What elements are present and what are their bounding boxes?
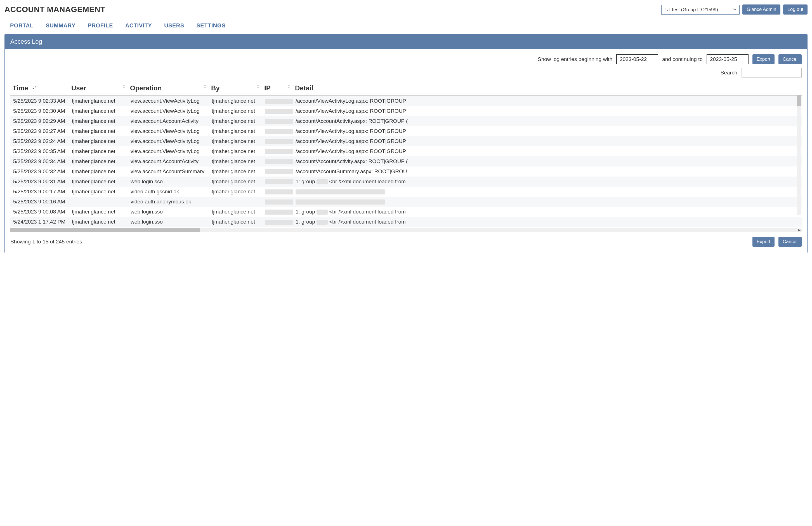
- cell-ip: ———————: [262, 156, 293, 167]
- cell-user: tjmaher.glance.net: [69, 187, 128, 197]
- cell-detail: /account/ViewActivityLog.aspx: ROOT|GROU…: [293, 136, 802, 146]
- tab-profile[interactable]: PROFILE: [88, 23, 113, 29]
- start-date-input[interactable]: [616, 54, 658, 65]
- svg-rect-1: [35, 88, 36, 88]
- cell-user: tjmaher.glance.net: [69, 136, 128, 146]
- cell-operation: web.login.sso: [128, 217, 209, 227]
- cell-time: 5/25/2023 9:00:17 AM: [10, 187, 69, 197]
- cell-by: tjmaher.glance.net: [209, 167, 262, 176]
- cell-ip: ———————: [262, 207, 293, 217]
- tab-portal[interactable]: PORTAL: [10, 23, 33, 29]
- end-date-input[interactable]: [707, 54, 749, 65]
- cell-ip: ———————: [262, 136, 293, 146]
- cell-user: tjmaher.glance.net: [69, 106, 128, 116]
- horizontal-scrollbar[interactable]: ◀ ▶: [10, 228, 802, 232]
- table-row: 5/25/2023 9:00:31 AMtjmaher.glance.netwe…: [10, 176, 802, 187]
- cell-ip: ———————: [262, 96, 293, 106]
- col-header-detail[interactable]: Detail: [293, 82, 802, 96]
- cell-ip: ———————: [262, 116, 293, 126]
- cell-detail: 1: group —— <br />xml document loaded fr…: [293, 176, 802, 187]
- sort-icon: [203, 84, 207, 89]
- cell-by: tjmaher.glance.net: [209, 116, 262, 126]
- cell-ip: ———————: [262, 187, 293, 197]
- cell-ip: ———————: [262, 197, 293, 207]
- cell-time: 5/25/2023 9:00:16 AM: [10, 197, 69, 207]
- group-select[interactable]: TJ Test (Group ID 21599): [661, 5, 740, 15]
- col-header-by[interactable]: By: [209, 82, 262, 96]
- vertical-scrollbar[interactable]: [797, 95, 801, 215]
- cancel-button-top[interactable]: Cancel: [779, 54, 802, 65]
- export-button-bottom[interactable]: Export: [752, 237, 774, 247]
- cell-detail: 1: group —— <br />xml document loaded fr…: [293, 207, 802, 217]
- tab-activity[interactable]: ACTIVITY: [125, 23, 152, 29]
- sort-icon: [122, 84, 126, 89]
- scroll-right-arrow-icon[interactable]: ▶: [797, 228, 802, 232]
- cell-by: tjmaher.glance.net: [209, 176, 262, 187]
- table-row: 5/25/2023 9:02:30 AMtjmaher.glance.netvi…: [10, 106, 802, 116]
- col-header-ip[interactable]: IP: [262, 82, 293, 96]
- table-row: 5/25/2023 9:02:24 AMtjmaher.glance.netvi…: [10, 136, 802, 146]
- cell-by: tjmaher.glance.net: [209, 106, 262, 116]
- cell-detail: ——————————: [293, 197, 802, 207]
- filter-middle-label: and continuing to: [662, 56, 703, 62]
- cell-detail: /account/ViewActivityLog.aspx: ROOT|GROU…: [293, 126, 802, 136]
- cell-by: tjmaher.glance.net: [209, 136, 262, 146]
- scrollbar-thumb[interactable]: [797, 95, 801, 106]
- logout-button[interactable]: Log out: [783, 4, 808, 15]
- cell-time: 5/25/2023 9:02:33 AM: [10, 96, 69, 106]
- cell-ip: ———————: [262, 167, 293, 176]
- filter-prefix-label: Show log entries beginning with: [538, 56, 612, 62]
- tab-settings[interactable]: SETTINGS: [197, 23, 226, 29]
- cell-operation: view.account.ViewActivityLog: [128, 146, 209, 156]
- cell-time: 5/25/2023 9:00:34 AM: [10, 156, 69, 167]
- table-row: 5/25/2023 9:00:08 AMtjmaher.glance.netwe…: [10, 207, 802, 217]
- panel-title: Access Log: [5, 34, 807, 49]
- cell-ip: ———————: [262, 146, 293, 156]
- svg-rect-0: [35, 86, 37, 87]
- cell-operation: view.account.ViewActivityLog: [128, 136, 209, 146]
- cell-by: tjmaher.glance.net: [209, 96, 262, 106]
- cell-user: tjmaher.glance.net: [69, 167, 128, 176]
- cell-operation: web.login.sso: [128, 207, 209, 217]
- col-header-user[interactable]: User: [69, 82, 128, 96]
- cell-time: 5/25/2023 9:00:31 AM: [10, 176, 69, 187]
- search-input[interactable]: [741, 68, 802, 77]
- cancel-button-bottom[interactable]: Cancel: [779, 237, 802, 247]
- sort-icon: [257, 84, 260, 89]
- col-header-operation[interactable]: Operation: [128, 82, 209, 96]
- cell-by: tjmaher.glance.net: [209, 187, 262, 197]
- cell-time: 5/24/2023 1:17:42 PM: [10, 217, 69, 227]
- cell-by: tjmaher.glance.net: [209, 156, 262, 167]
- tab-users[interactable]: USERS: [164, 23, 184, 29]
- cell-ip: ———————: [262, 126, 293, 136]
- cell-time: 5/25/2023 9:02:29 AM: [10, 116, 69, 126]
- cell-detail: /account/AccountActivity.aspx: ROOT|GROU…: [293, 116, 802, 126]
- scrollbar-thumb[interactable]: [10, 228, 200, 232]
- cell-ip: ———————: [262, 176, 293, 187]
- col-header-time[interactable]: Time: [10, 82, 69, 96]
- access-log-table: Time User Operation: [10, 82, 802, 227]
- cell-by: tjmaher.glance.net: [209, 207, 262, 217]
- cell-by: [209, 197, 262, 207]
- cell-by: tjmaher.glance.net: [209, 146, 262, 156]
- export-button-top[interactable]: Export: [752, 54, 774, 65]
- cell-operation: view.account.ViewActivityLog: [128, 126, 209, 136]
- cell-operation: web.login.sso: [128, 176, 209, 187]
- glance-admin-button[interactable]: Glance Admin: [742, 4, 780, 15]
- access-log-panel: Access Log Show log entries beginning wi…: [4, 34, 808, 253]
- cell-time: 5/25/2023 9:00:32 AM: [10, 167, 69, 176]
- table-row: 5/25/2023 9:00:35 AMtjmaher.glance.netvi…: [10, 146, 802, 156]
- entries-info: Showing 1 to 15 of 245 entries: [10, 239, 82, 245]
- cell-ip: ———————: [262, 106, 293, 116]
- cell-time: 5/25/2023 9:02:24 AM: [10, 136, 69, 146]
- cell-detail: /account/ViewActivityLog.aspx: ROOT|GROU…: [293, 106, 802, 116]
- cell-user: tjmaher.glance.net: [69, 126, 128, 136]
- cell-detail: /account/AccountSummary.aspx: ROOT|GROU: [293, 167, 802, 176]
- cell-user: tjmaher.glance.net: [69, 217, 128, 227]
- table-row: 5/25/2023 9:02:27 AMtjmaher.glance.netvi…: [10, 126, 802, 136]
- sort-desc-icon: [32, 86, 37, 91]
- cell-by: tjmaher.glance.net: [209, 126, 262, 136]
- cell-detail: 1: group —— <br />xml document loaded fr…: [293, 217, 802, 227]
- cell-time: 5/25/2023 9:00:35 AM: [10, 146, 69, 156]
- tab-summary[interactable]: SUMMARY: [46, 23, 75, 29]
